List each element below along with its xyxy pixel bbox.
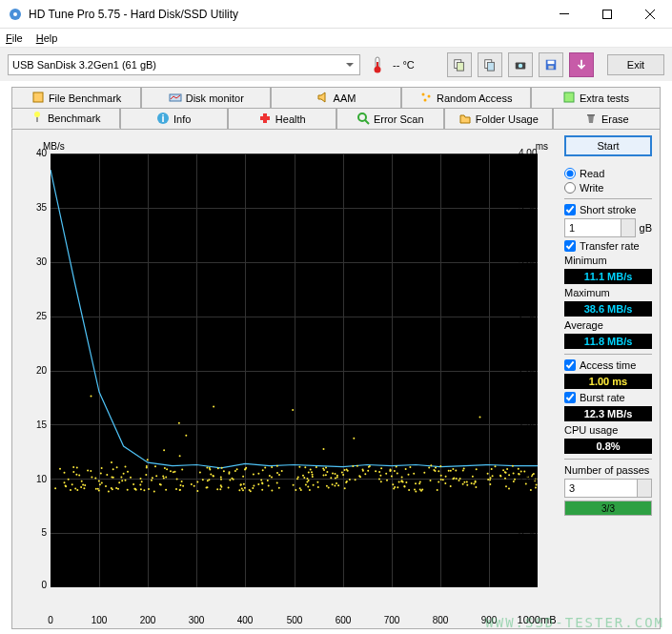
screenshot-button[interactable]: [508, 52, 533, 77]
svg-point-197: [271, 489, 273, 491]
svg-point-238: [262, 469, 264, 471]
svg-point-169: [180, 484, 182, 486]
svg-point-49: [518, 468, 519, 470]
svg-point-144: [132, 483, 134, 485]
svg-point-136: [535, 487, 537, 489]
svg-point-92: [459, 478, 461, 480]
menu-help[interactable]: Help: [36, 32, 58, 44]
svg-point-111: [252, 487, 254, 489]
svg-point-245: [323, 448, 325, 450]
svg-point-45: [356, 465, 358, 467]
svg-point-94: [59, 468, 61, 470]
svg-point-52: [238, 489, 240, 491]
svg-point-130: [341, 471, 343, 473]
svg-point-364: [240, 484, 242, 486]
svg-point-139: [304, 466, 306, 468]
svg-point-148: [90, 470, 92, 472]
svg-point-271: [170, 470, 172, 472]
write-radio[interactable]: Write: [564, 182, 652, 194]
svg-point-155: [70, 489, 71, 491]
tab-aam[interactable]: AAM: [271, 87, 400, 108]
svg-point-119: [307, 486, 309, 488]
minimize-button[interactable]: [542, 0, 585, 29]
svg-point-277: [505, 485, 507, 487]
svg-point-87: [75, 474, 77, 476]
access-time-check[interactable]: Access time: [564, 359, 652, 371]
svg-rect-30: [587, 114, 595, 116]
save-button[interactable]: [539, 52, 563, 77]
minimum-value: 11.1 MB/s: [564, 269, 652, 284]
svg-point-158: [504, 471, 506, 473]
svg-point-20: [423, 98, 426, 101]
svg-point-137: [317, 486, 319, 488]
tab-file-benchmark[interactable]: File Benchmark: [11, 87, 141, 108]
svg-point-80: [271, 476, 273, 478]
svg-point-306: [228, 487, 230, 489]
svg-point-239: [220, 476, 222, 478]
temperature-text: -- °C: [393, 59, 421, 71]
tab-benchmark[interactable]: Benchmark: [11, 108, 120, 129]
svg-point-342: [253, 485, 255, 487]
svg-point-304: [223, 470, 225, 472]
svg-point-320: [181, 469, 183, 471]
svg-point-138: [453, 478, 455, 480]
read-radio[interactable]: Read: [564, 168, 652, 179]
short-stroke-input[interactable]: 1gB: [564, 218, 652, 237]
svg-point-83: [181, 481, 183, 482]
start-button[interactable]: Start: [564, 135, 652, 156]
svg-point-192: [101, 467, 103, 469]
svg-point-373: [463, 468, 465, 470]
svg-point-48: [355, 479, 356, 481]
svg-point-293: [435, 470, 437, 472]
svg-point-205: [362, 469, 364, 471]
exit-button[interactable]: Exit: [607, 54, 664, 75]
svg-point-365: [143, 489, 145, 491]
svg-point-227: [261, 489, 263, 491]
svg-point-174: [72, 471, 74, 473]
svg-point-64: [244, 487, 246, 489]
close-button[interactable]: [628, 0, 672, 29]
svg-point-71: [398, 481, 400, 483]
svg-point-161: [78, 475, 80, 477]
tab-health[interactable]: Health: [228, 108, 336, 129]
svg-point-126: [450, 485, 452, 487]
svg-point-173: [435, 467, 437, 469]
svg-point-103: [352, 465, 354, 467]
svg-point-199: [281, 470, 283, 472]
tab-erase[interactable]: Erase: [553, 108, 662, 129]
svg-point-233: [330, 477, 332, 479]
svg-point-319: [342, 474, 344, 476]
passes-input[interactable]: 3: [564, 479, 652, 498]
burst-rate-check[interactable]: Burst rate: [564, 392, 652, 403]
tab-info[interactable]: iInfo: [120, 108, 229, 129]
svg-point-343: [111, 487, 112, 489]
svg-point-339: [316, 466, 317, 468]
svg-point-178: [153, 491, 155, 493]
menu-file[interactable]: File: [6, 32, 23, 44]
svg-point-299: [466, 484, 468, 486]
svg-point-184: [450, 470, 452, 472]
transfer-rate-check[interactable]: Transfer rate: [564, 240, 652, 252]
svg-point-284: [502, 469, 504, 471]
svg-point-97: [179, 455, 181, 457]
svg-point-191: [452, 468, 454, 470]
tab-extra-tests[interactable]: Extra tests: [531, 87, 661, 108]
tab-error-scan[interactable]: Error Scan: [336, 108, 445, 129]
svg-point-332: [271, 466, 273, 468]
short-stroke-check[interactable]: Short stroke: [564, 204, 652, 215]
options-button[interactable]: [569, 52, 594, 77]
svg-point-249: [337, 484, 339, 486]
tab-folder-usage[interactable]: Folder Usage: [444, 108, 553, 129]
svg-point-122: [229, 479, 231, 481]
maximize-button[interactable]: [585, 0, 628, 29]
svg-point-297: [140, 478, 142, 480]
svg-point-257: [508, 487, 510, 489]
benchmark-chart: MB/s ms 40 35 30 25 20 15 10 5 0 4.00 3.…: [22, 139, 556, 611]
tab-random-access[interactable]: Random Access: [401, 87, 531, 108]
copy-info-button[interactable]: [447, 52, 472, 77]
drive-select[interactable]: USB SanDisk 3.2Gen1 (61 gB): [8, 54, 360, 75]
copy-screenshot-button[interactable]: [478, 52, 502, 77]
tab-disk-monitor[interactable]: Disk monitor: [141, 87, 271, 108]
search-icon: [356, 112, 370, 127]
health-icon: [258, 112, 272, 127]
